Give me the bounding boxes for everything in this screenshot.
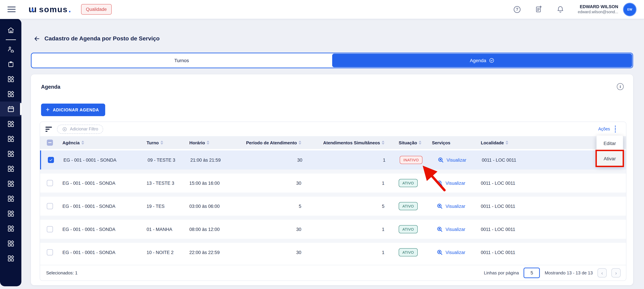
clipboard-icon xyxy=(7,61,14,68)
sidebar-item-person-home[interactable] xyxy=(0,42,22,57)
magnifier-eye-icon xyxy=(438,157,444,163)
sort-icon xyxy=(506,141,508,145)
user-info[interactable]: EDWARD WILSON edward.wilson@sond... xyxy=(578,4,618,15)
visualizar-link[interactable]: Visualizar xyxy=(437,249,479,255)
add-filter-button[interactable]: Adicionar Filtro xyxy=(57,124,103,134)
back-arrow-icon[interactable] xyxy=(34,35,40,42)
row-checkbox[interactable] xyxy=(47,226,53,232)
cell-turno: 19 - TES xyxy=(141,204,185,209)
sidebar-item-clipboard[interactable] xyxy=(0,57,22,72)
cell-localidade: 0011 - LOC 0011 xyxy=(479,180,626,186)
sidebar-item-home[interactable] xyxy=(0,23,22,38)
column-header-agencia[interactable]: Agência xyxy=(60,140,141,145)
table-row[interactable]: EG - 001 - 0001 - SONDA 13 - TESTE 3 15:… xyxy=(40,174,626,193)
column-header-horario[interactable]: Horário xyxy=(185,140,236,145)
user-name: EDWARD WILSON xyxy=(578,4,618,10)
section-title: Agenda xyxy=(41,84,60,90)
table-row[interactable]: EG - 001 - 0001 - SONDA 09 - TESTE 3 21:… xyxy=(40,150,626,169)
select-all-checkbox[interactable] xyxy=(47,140,53,146)
status-badge: ATIVO xyxy=(399,202,418,210)
visualizar-link[interactable]: Visualizar xyxy=(438,157,480,163)
column-header-servicos: Serviços xyxy=(428,140,479,145)
column-header-situacao[interactable]: Situação xyxy=(387,140,428,145)
sidebar-item-module-1[interactable] xyxy=(0,72,22,87)
cell-agencia: EG - 001 - 0001 - SONDA xyxy=(60,180,141,186)
sidebar-divider xyxy=(6,39,16,40)
sidebar xyxy=(0,19,22,286)
cell-turno: 01 - MANHA xyxy=(141,227,185,232)
filter-icon[interactable] xyxy=(46,126,52,132)
sidebar-item-module-9[interactable] xyxy=(0,206,22,221)
sidebar-item-module-2[interactable] xyxy=(0,87,22,102)
row-checkbox[interactable] xyxy=(47,180,53,186)
chevron-right-icon: › xyxy=(615,270,617,275)
visualizar-label: Visualizar xyxy=(446,227,465,232)
table-row[interactable]: EG - 001 - 0001 - SONDA 19 - TES 03:00 à… xyxy=(40,197,626,216)
status-badge: ATIVO xyxy=(399,225,418,233)
tab-turnos[interactable]: Turnos xyxy=(32,53,332,68)
column-header-periodo[interactable]: Período de Atendimento xyxy=(236,140,304,145)
column-header-simultaneos[interactable]: Atendimentos Simultâneos xyxy=(304,140,387,145)
plus-icon: + xyxy=(46,106,50,113)
sidebar-item-module-5[interactable] xyxy=(0,146,22,161)
row-checkbox[interactable] xyxy=(48,157,54,163)
category-icon xyxy=(7,180,14,187)
rows-per-page-input[interactable] xyxy=(524,267,540,278)
sidebar-item-module-3[interactable] xyxy=(0,117,22,131)
category-icon xyxy=(7,225,14,232)
sidebar-item-module-11[interactable] xyxy=(0,236,22,251)
sidebar-item-module-6[interactable] xyxy=(0,161,22,176)
actions-menu-trigger[interactable]: Ações xyxy=(598,125,616,133)
info-icon[interactable] xyxy=(617,83,624,90)
add-agenda-button[interactable]: + ADICIONAR AGENDA xyxy=(41,104,105,116)
magnifier-eye-icon xyxy=(437,203,443,209)
showing-range: Mostrando 13 - 13 de 13 xyxy=(545,270,593,275)
cell-simultaneos: 1 xyxy=(382,180,387,186)
sidebar-item-module-4[interactable] xyxy=(0,131,22,146)
cell-horario: 15:00 às 16:00 xyxy=(185,180,236,186)
menu-item-editar[interactable]: Editar xyxy=(596,136,623,151)
sidebar-item-agenda[interactable] xyxy=(0,102,22,117)
cell-simultaneos: 1 xyxy=(382,250,387,255)
status-badge: ATIVO xyxy=(399,179,418,187)
category-icon xyxy=(7,90,14,98)
cell-simultaneos: 1 xyxy=(382,227,387,232)
add-filter-label: Adicionar Filtro xyxy=(70,127,98,131)
magnifier-eye-icon xyxy=(437,226,443,232)
visualizar-link[interactable]: Visualizar xyxy=(437,226,479,232)
plus-circle-icon xyxy=(62,127,67,132)
sort-icon xyxy=(160,141,163,145)
sort-icon xyxy=(207,141,209,145)
row-checkbox[interactable] xyxy=(47,249,53,255)
tab-agenda[interactable]: Agenda xyxy=(332,54,632,67)
avatar-initials: EW xyxy=(627,8,632,11)
avatar[interactable]: EW xyxy=(623,3,636,16)
sidebar-item-module-8[interactable] xyxy=(0,191,22,206)
svg-text:?: ? xyxy=(516,7,518,12)
sidebar-item-module-12[interactable] xyxy=(0,251,22,266)
table-row[interactable]: EG - 001 - 0001 - SONDA 01 - MANHA 08:00… xyxy=(40,220,626,239)
menu-item-ativar[interactable]: Ativar xyxy=(596,151,623,166)
app-root: ɯ somus . Qualidade ? EDWARD WILSON edwa… xyxy=(0,0,644,289)
user-email: edward.wilson@sond... xyxy=(578,10,618,15)
form-add-icon[interactable] xyxy=(534,5,543,14)
hamburger-menu-icon[interactable] xyxy=(8,7,16,12)
category-icon xyxy=(7,135,14,143)
sidebar-item-module-10[interactable] xyxy=(0,221,22,236)
column-header-turno[interactable]: Turno xyxy=(141,140,185,145)
tab-turnos-label: Turnos xyxy=(174,58,189,63)
cell-agencia: EG - 001 - 0001 - SONDA xyxy=(60,204,141,209)
previous-page-button[interactable]: ‹ xyxy=(598,268,607,277)
next-page-button[interactable]: › xyxy=(612,268,620,277)
visualizar-link[interactable]: Visualizar xyxy=(437,180,479,186)
sort-icon xyxy=(382,141,384,145)
category-icon xyxy=(7,120,14,128)
sort-icon xyxy=(298,141,301,145)
row-checkbox[interactable] xyxy=(47,203,53,209)
sidebar-item-module-7[interactable] xyxy=(0,176,22,191)
table-row[interactable]: EG - 001 - 0001 - SONDA 10 - NOITE 2 22:… xyxy=(40,243,626,262)
help-icon[interactable]: ? xyxy=(513,5,522,14)
visualizar-link[interactable]: Visualizar xyxy=(437,203,479,209)
bell-icon[interactable] xyxy=(556,5,565,14)
cell-localidade: 0011 - LOC 0011 xyxy=(479,227,626,232)
